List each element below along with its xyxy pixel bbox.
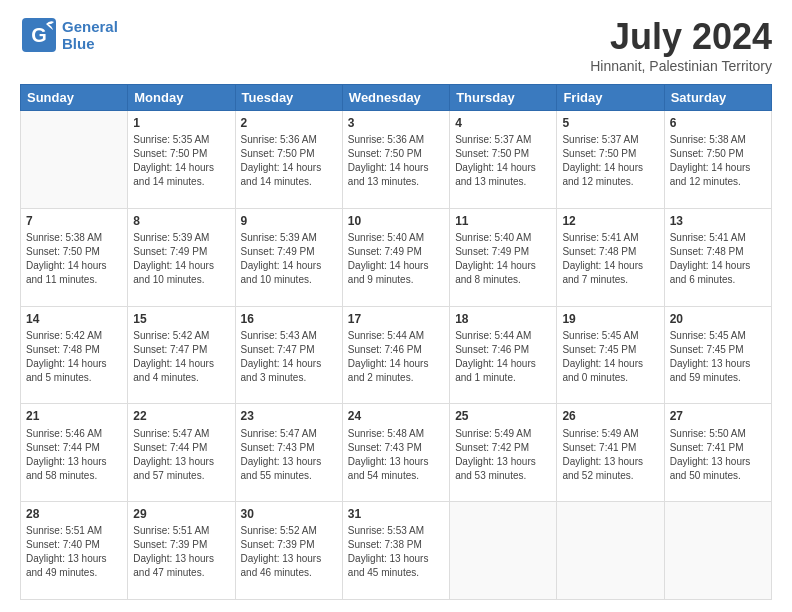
day-cell: 1Sunrise: 5:35 AM Sunset: 7:50 PM Daylig… [128, 111, 235, 209]
day-info: Sunrise: 5:45 AM Sunset: 7:45 PM Dayligh… [670, 329, 766, 385]
day-info: Sunrise: 5:51 AM Sunset: 7:39 PM Dayligh… [133, 524, 229, 580]
day-number: 20 [670, 311, 766, 327]
week-row-2: 7Sunrise: 5:38 AM Sunset: 7:50 PM Daylig… [21, 208, 772, 306]
day-cell: 22Sunrise: 5:47 AM Sunset: 7:44 PM Dayli… [128, 404, 235, 502]
day-cell: 18Sunrise: 5:44 AM Sunset: 7:46 PM Dayli… [450, 306, 557, 404]
day-cell: 31Sunrise: 5:53 AM Sunset: 7:38 PM Dayli… [342, 502, 449, 600]
day-number: 3 [348, 115, 444, 131]
main-title: July 2024 [590, 16, 772, 58]
day-number: 25 [455, 408, 551, 424]
day-info: Sunrise: 5:38 AM Sunset: 7:50 PM Dayligh… [26, 231, 122, 287]
week-row-1: 1Sunrise: 5:35 AM Sunset: 7:50 PM Daylig… [21, 111, 772, 209]
day-info: Sunrise: 5:40 AM Sunset: 7:49 PM Dayligh… [455, 231, 551, 287]
day-info: Sunrise: 5:47 AM Sunset: 7:43 PM Dayligh… [241, 427, 337, 483]
day-cell: 27Sunrise: 5:50 AM Sunset: 7:41 PM Dayli… [664, 404, 771, 502]
title-block: July 2024 Hinnanit, Palestinian Territor… [590, 16, 772, 74]
day-cell: 14Sunrise: 5:42 AM Sunset: 7:48 PM Dayli… [21, 306, 128, 404]
day-number: 7 [26, 213, 122, 229]
day-cell [664, 502, 771, 600]
day-header-wednesday: Wednesday [342, 85, 449, 111]
day-cell: 30Sunrise: 5:52 AM Sunset: 7:39 PM Dayli… [235, 502, 342, 600]
logo: G General Blue [20, 16, 118, 54]
day-cell: 3Sunrise: 5:36 AM Sunset: 7:50 PM Daylig… [342, 111, 449, 209]
day-cell: 19Sunrise: 5:45 AM Sunset: 7:45 PM Dayli… [557, 306, 664, 404]
day-info: Sunrise: 5:44 AM Sunset: 7:46 PM Dayligh… [348, 329, 444, 385]
day-header-tuesday: Tuesday [235, 85, 342, 111]
day-number: 22 [133, 408, 229, 424]
day-info: Sunrise: 5:39 AM Sunset: 7:49 PM Dayligh… [241, 231, 337, 287]
day-number: 15 [133, 311, 229, 327]
logo-icon: G [20, 16, 58, 54]
day-cell: 8Sunrise: 5:39 AM Sunset: 7:49 PM Daylig… [128, 208, 235, 306]
day-cell: 29Sunrise: 5:51 AM Sunset: 7:39 PM Dayli… [128, 502, 235, 600]
day-header-sunday: Sunday [21, 85, 128, 111]
day-number: 19 [562, 311, 658, 327]
day-number: 17 [348, 311, 444, 327]
day-info: Sunrise: 5:48 AM Sunset: 7:43 PM Dayligh… [348, 427, 444, 483]
day-number: 10 [348, 213, 444, 229]
logo-blue-text: Blue [62, 35, 118, 52]
day-number: 12 [562, 213, 658, 229]
day-number: 14 [26, 311, 122, 327]
day-number: 9 [241, 213, 337, 229]
day-cell: 7Sunrise: 5:38 AM Sunset: 7:50 PM Daylig… [21, 208, 128, 306]
day-info: Sunrise: 5:50 AM Sunset: 7:41 PM Dayligh… [670, 427, 766, 483]
header-row: SundayMondayTuesdayWednesdayThursdayFrid… [21, 85, 772, 111]
day-number: 8 [133, 213, 229, 229]
day-cell [450, 502, 557, 600]
day-number: 31 [348, 506, 444, 522]
week-row-4: 21Sunrise: 5:46 AM Sunset: 7:44 PM Dayli… [21, 404, 772, 502]
day-info: Sunrise: 5:43 AM Sunset: 7:47 PM Dayligh… [241, 329, 337, 385]
day-cell: 2Sunrise: 5:36 AM Sunset: 7:50 PM Daylig… [235, 111, 342, 209]
day-number: 2 [241, 115, 337, 131]
day-number: 23 [241, 408, 337, 424]
day-info: Sunrise: 5:51 AM Sunset: 7:40 PM Dayligh… [26, 524, 122, 580]
day-info: Sunrise: 5:36 AM Sunset: 7:50 PM Dayligh… [241, 133, 337, 189]
day-info: Sunrise: 5:45 AM Sunset: 7:45 PM Dayligh… [562, 329, 658, 385]
day-cell: 17Sunrise: 5:44 AM Sunset: 7:46 PM Dayli… [342, 306, 449, 404]
day-cell: 26Sunrise: 5:49 AM Sunset: 7:41 PM Dayli… [557, 404, 664, 502]
day-number: 29 [133, 506, 229, 522]
day-cell: 6Sunrise: 5:38 AM Sunset: 7:50 PM Daylig… [664, 111, 771, 209]
day-info: Sunrise: 5:37 AM Sunset: 7:50 PM Dayligh… [562, 133, 658, 189]
day-info: Sunrise: 5:53 AM Sunset: 7:38 PM Dayligh… [348, 524, 444, 580]
day-info: Sunrise: 5:49 AM Sunset: 7:42 PM Dayligh… [455, 427, 551, 483]
day-cell: 11Sunrise: 5:40 AM Sunset: 7:49 PM Dayli… [450, 208, 557, 306]
sub-title: Hinnanit, Palestinian Territory [590, 58, 772, 74]
day-info: Sunrise: 5:36 AM Sunset: 7:50 PM Dayligh… [348, 133, 444, 189]
day-info: Sunrise: 5:47 AM Sunset: 7:44 PM Dayligh… [133, 427, 229, 483]
week-row-3: 14Sunrise: 5:42 AM Sunset: 7:48 PM Dayli… [21, 306, 772, 404]
day-number: 24 [348, 408, 444, 424]
week-row-5: 28Sunrise: 5:51 AM Sunset: 7:40 PM Dayli… [21, 502, 772, 600]
day-number: 28 [26, 506, 122, 522]
day-cell: 4Sunrise: 5:37 AM Sunset: 7:50 PM Daylig… [450, 111, 557, 209]
day-header-monday: Monday [128, 85, 235, 111]
day-number: 4 [455, 115, 551, 131]
day-header-thursday: Thursday [450, 85, 557, 111]
day-cell [21, 111, 128, 209]
day-number: 18 [455, 311, 551, 327]
day-number: 13 [670, 213, 766, 229]
day-cell: 25Sunrise: 5:49 AM Sunset: 7:42 PM Dayli… [450, 404, 557, 502]
day-info: Sunrise: 5:49 AM Sunset: 7:41 PM Dayligh… [562, 427, 658, 483]
day-info: Sunrise: 5:39 AM Sunset: 7:49 PM Dayligh… [133, 231, 229, 287]
day-cell: 12Sunrise: 5:41 AM Sunset: 7:48 PM Dayli… [557, 208, 664, 306]
day-cell: 23Sunrise: 5:47 AM Sunset: 7:43 PM Dayli… [235, 404, 342, 502]
logo-general-text: General [62, 18, 118, 35]
day-cell: 15Sunrise: 5:42 AM Sunset: 7:47 PM Dayli… [128, 306, 235, 404]
day-cell: 16Sunrise: 5:43 AM Sunset: 7:47 PM Dayli… [235, 306, 342, 404]
day-number: 11 [455, 213, 551, 229]
day-header-friday: Friday [557, 85, 664, 111]
day-number: 30 [241, 506, 337, 522]
day-cell [557, 502, 664, 600]
day-cell: 10Sunrise: 5:40 AM Sunset: 7:49 PM Dayli… [342, 208, 449, 306]
day-info: Sunrise: 5:41 AM Sunset: 7:48 PM Dayligh… [670, 231, 766, 287]
day-info: Sunrise: 5:44 AM Sunset: 7:46 PM Dayligh… [455, 329, 551, 385]
day-cell: 13Sunrise: 5:41 AM Sunset: 7:48 PM Dayli… [664, 208, 771, 306]
day-info: Sunrise: 5:38 AM Sunset: 7:50 PM Dayligh… [670, 133, 766, 189]
day-number: 27 [670, 408, 766, 424]
svg-text:G: G [31, 24, 47, 46]
day-header-saturday: Saturday [664, 85, 771, 111]
day-cell: 21Sunrise: 5:46 AM Sunset: 7:44 PM Dayli… [21, 404, 128, 502]
day-cell: 24Sunrise: 5:48 AM Sunset: 7:43 PM Dayli… [342, 404, 449, 502]
